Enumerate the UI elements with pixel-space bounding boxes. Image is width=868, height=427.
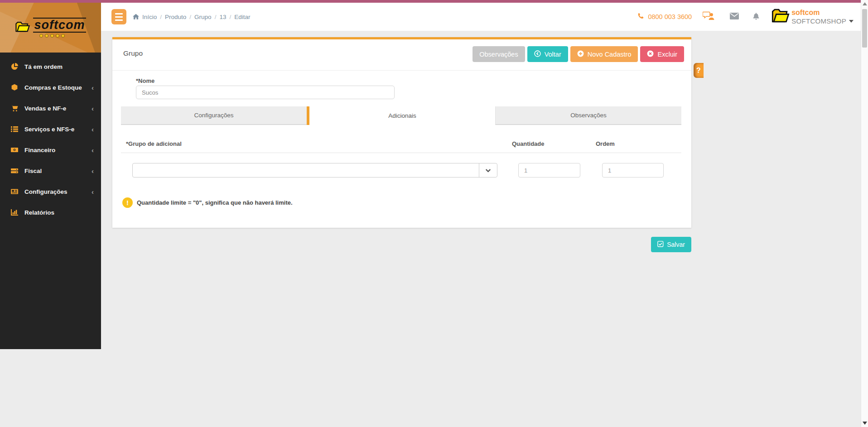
column-header-ordem: Ordem (596, 140, 615, 147)
account-folder-logo-icon (772, 7, 790, 27)
home-icon (133, 14, 139, 20)
sidebar: softcom Tá em ordem Compras e Estoque ‹ … (0, 3, 101, 349)
logo-wordmark: softcom (33, 18, 86, 32)
arrow-left-circle-icon (534, 50, 541, 58)
select-chevron-button[interactable] (479, 163, 497, 177)
column-header-grupo-de-adicional: *Grupo de adicional (126, 140, 182, 147)
newspaper-icon (10, 188, 19, 195)
sidebar-item-label: Relatórios (24, 209, 94, 216)
server-icon (10, 167, 19, 174)
sidebar-item-label: Serviços e NFS-e (24, 126, 92, 133)
select-value (133, 163, 479, 177)
sidebar-item-label: Configurações (24, 188, 92, 195)
navbar-right-group: 0800 003 3600 softcom (637, 7, 861, 27)
grupo-card: Grupo Observações Voltar Novo Cadastro (112, 37, 691, 228)
scrollbar-down-arrow-icon[interactable] (863, 422, 867, 425)
card-header: Grupo Observações Voltar Novo Cadastro (112, 39, 691, 71)
tab-label: Configurações (194, 112, 233, 119)
novo-cadastro-button-label: Novo Cadastro (588, 51, 632, 58)
breadcrumb-separator: / (215, 14, 217, 20)
observacoes-button-label: Observações (479, 51, 518, 58)
folder-logo-icon (15, 20, 30, 35)
top-navbar: Início / Produto / Grupo / 13 / Editar 0… (101, 3, 861, 31)
sidebar-item-configuracoes[interactable]: Configurações ‹ (0, 181, 101, 202)
page-title: Grupo (123, 49, 143, 58)
ordem-input[interactable] (602, 163, 664, 178)
card-action-buttons: Observações Voltar Novo Cadastro Excluir (473, 46, 684, 62)
excluir-button-label: Excluir (657, 51, 677, 58)
sidebar-item-label: Financeiro (24, 147, 92, 154)
account-menu[interactable]: softcom SOFTCOMSHOP (772, 7, 854, 27)
sidebar-menu: Tá em ordem Compras e Estoque ‹ Vendas e… (0, 53, 101, 223)
breadcrumb-separator: / (229, 14, 231, 20)
breadcrumb-separator: / (160, 14, 162, 20)
help-button[interactable]: ? (694, 63, 704, 78)
salvar-button[interactable]: Salvar (651, 237, 691, 252)
excluir-button[interactable]: Excluir (640, 46, 684, 62)
column-header-quantidade: Quantidade (512, 140, 545, 147)
bell-icon[interactable] (752, 12, 760, 22)
breadcrumb-inicio[interactable]: Início (142, 14, 157, 20)
support-phone: 0800 003 3600 (637, 13, 692, 21)
scrollbar-thumb[interactable] (862, 9, 867, 48)
exclamation-circle-icon: ! (122, 197, 133, 208)
grupo-de-adicional-select[interactable] (132, 163, 497, 178)
brand-name: softcom (791, 8, 854, 17)
limit-warning: ! Quantidade limite = "0", significa que… (122, 197, 293, 208)
voltar-button[interactable]: Voltar (527, 46, 568, 62)
chat-support-icon[interactable] (703, 11, 714, 22)
nome-label: *Nome (136, 77, 154, 84)
sidebar-item-fiscal[interactable]: Fiscal ‹ (0, 160, 101, 181)
warning-text: Quantidade limite = "0", significa que n… (137, 199, 293, 206)
breadcrumb-editar: Editar (234, 14, 250, 20)
plus-circle-icon (577, 50, 584, 58)
sidebar-item-compras-e-estoque[interactable]: Compras e Estoque ‹ (0, 77, 101, 98)
sidebar-item-label: Compras e Estoque (24, 84, 92, 91)
salvar-button-label: Salvar (667, 241, 685, 248)
sidebar-item-servicos-e-nfse[interactable]: Serviços e NFS-e ‹ (0, 119, 101, 139)
hamburger-menu-button[interactable] (111, 9, 126, 24)
envelope-icon[interactable] (730, 13, 739, 21)
tab-bar: Configurações Adicionais Observações (121, 106, 681, 125)
sidebar-item-vendas-e-nfe[interactable]: Vendas e NF-e ‹ (0, 98, 101, 119)
novo-cadastro-button[interactable]: Novo Cadastro (570, 46, 638, 62)
observacoes-button[interactable]: Observações (473, 46, 525, 62)
sidebar-item-label: Vendas e NF-e (24, 105, 92, 112)
tab-observacoes[interactable]: Observações (496, 106, 681, 125)
caret-down-icon (849, 20, 854, 23)
quantidade-input[interactable] (518, 163, 580, 178)
tab-configuracoes[interactable]: Configurações (121, 106, 307, 125)
top-accent-strip (0, 0, 868, 3)
support-phone-number[interactable]: 0800 003 3600 (648, 13, 692, 20)
nome-input[interactable] (136, 86, 395, 99)
page-scrollbar[interactable] (861, 0, 868, 427)
chevron-left-icon: ‹ (92, 125, 94, 133)
phone-icon (637, 13, 644, 21)
pie-chart-icon (10, 63, 19, 70)
breadcrumb-grupo[interactable]: Grupo (194, 14, 212, 20)
breadcrumb-separator: / (189, 14, 191, 20)
cube-icon (10, 84, 19, 91)
bar-chart-icon (10, 209, 19, 216)
sidebar-logo-area[interactable]: softcom (0, 3, 101, 53)
chevron-left-icon: ‹ (92, 105, 94, 112)
softcom-logo: softcom (15, 18, 86, 37)
chevron-left-icon: ‹ (92, 167, 94, 175)
question-mark-glyph: ? (696, 67, 701, 75)
sidebar-item-financeiro[interactable]: Financeiro ‹ (0, 139, 101, 160)
chevron-left-icon: ‹ (92, 146, 94, 154)
breadcrumb-produto[interactable]: Produto (165, 14, 186, 20)
table-header-divider (121, 153, 681, 153)
account-name: SOFTCOMSHOP (791, 17, 846, 26)
logo-dots (39, 34, 65, 38)
sidebar-item-relatorios[interactable]: Relatórios (0, 202, 101, 223)
times-circle-icon (647, 50, 654, 58)
list-icon (10, 125, 19, 133)
scrollbar-up-arrow-icon[interactable] (863, 2, 867, 5)
sidebar-item-ta-em-ordem[interactable]: Tá em ordem (0, 56, 101, 77)
breadcrumb-id[interactable]: 13 (219, 14, 226, 20)
chevron-left-icon: ‹ (92, 188, 94, 196)
check-square-icon (657, 241, 664, 249)
tab-adicionais[interactable]: Adicionais (307, 106, 496, 125)
cart-icon (10, 105, 19, 112)
